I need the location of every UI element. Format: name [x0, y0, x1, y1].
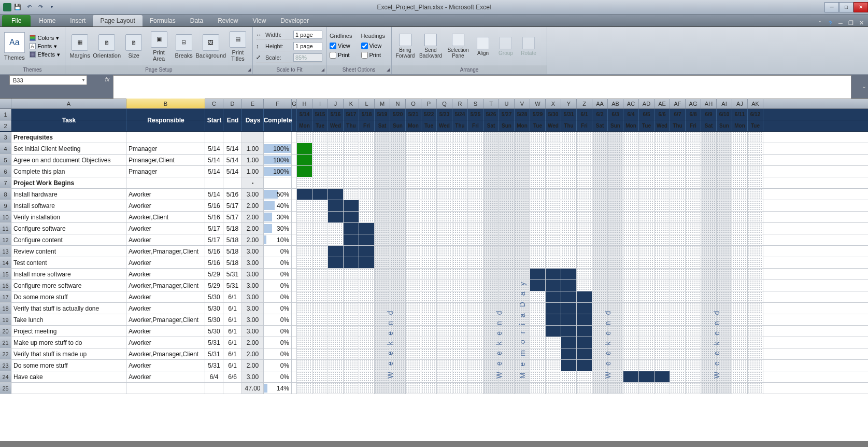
row-header[interactable]: 23 — [0, 360, 11, 371]
cell[interactable]: Aworker,Pmanager,Client — [126, 348, 205, 359]
cell[interactable] — [292, 177, 297, 188]
cell[interactable] — [732, 212, 748, 222]
cell[interactable] — [223, 177, 242, 188]
cell[interactable]: 5/31 — [223, 269, 242, 280]
cell[interactable] — [312, 269, 328, 280]
formula-bar[interactable] — [113, 75, 851, 99]
cell[interactable] — [452, 337, 468, 348]
cell[interactable] — [577, 280, 592, 291]
cell[interactable] — [623, 155, 639, 165]
gridlines-view-checkbox[interactable]: View — [330, 41, 357, 50]
cell[interactable] — [577, 257, 592, 268]
cell[interactable]: 5/29 — [530, 109, 546, 120]
cell[interactable]: 6/1 — [223, 337, 242, 348]
cell[interactable] — [292, 326, 297, 337]
cell[interactable] — [297, 189, 312, 200]
cell[interactable] — [344, 246, 359, 257]
cell[interactable] — [654, 189, 670, 200]
cell[interactable] — [312, 143, 328, 154]
cell[interactable] — [437, 360, 452, 371]
cell[interactable] — [577, 246, 592, 257]
cell[interactable] — [577, 200, 592, 211]
cell[interactable] — [297, 212, 312, 222]
cell[interactable] — [406, 246, 421, 257]
cell[interactable] — [546, 291, 561, 302]
cell[interactable] — [561, 280, 577, 291]
cell[interactable]: Install hardware — [11, 189, 126, 200]
cell[interactable]: Configure content — [11, 234, 126, 245]
cell[interactable] — [670, 166, 686, 177]
cell[interactable] — [670, 360, 686, 371]
cell[interactable] — [406, 360, 421, 371]
cell[interactable] — [359, 234, 375, 245]
cell[interactable] — [421, 189, 437, 200]
cell[interactable] — [452, 143, 468, 154]
cell[interactable] — [670, 326, 686, 337]
cell[interactable] — [530, 303, 546, 314]
col-header-T[interactable]: T — [483, 99, 499, 108]
cell[interactable] — [328, 223, 344, 234]
cell[interactable]: Sat — [483, 120, 499, 131]
row-header[interactable]: 21 — [0, 337, 11, 348]
cell[interactable] — [530, 189, 546, 200]
cell[interactable] — [530, 337, 546, 348]
cell[interactable]: Wed — [654, 120, 670, 131]
cell[interactable]: Tue — [748, 120, 763, 131]
cell[interactable] — [732, 155, 748, 165]
cell[interactable] — [468, 143, 483, 154]
cell[interactable] — [328, 246, 344, 257]
col-header-AB[interactable]: AB — [608, 99, 623, 108]
cell[interactable]: 0% — [264, 291, 292, 302]
cell[interactable] — [732, 223, 748, 234]
cell[interactable] — [297, 337, 312, 348]
cell[interactable] — [561, 234, 577, 245]
col-header-P[interactable]: P — [421, 99, 437, 108]
cell[interactable] — [577, 234, 592, 245]
cell[interactable] — [406, 383, 421, 394]
cell[interactable] — [577, 177, 592, 188]
cell[interactable]: 0% — [264, 303, 292, 314]
cell[interactable] — [312, 189, 328, 200]
cell[interactable] — [11, 120, 126, 131]
cell[interactable] — [748, 143, 763, 154]
cell[interactable] — [732, 177, 748, 188]
cell[interactable]: 6/2 — [592, 109, 608, 120]
cell[interactable] — [670, 269, 686, 280]
cell[interactable]: Wed — [328, 120, 344, 131]
cell[interactable] — [437, 257, 452, 268]
cell[interactable] — [421, 155, 437, 165]
cell[interactable] — [264, 120, 292, 131]
cell[interactable]: 5/18 — [223, 246, 242, 257]
cell[interactable]: Do some more stuff — [11, 291, 126, 302]
cell[interactable]: Aworker,Pmanager,Client — [126, 246, 205, 257]
cell[interactable] — [452, 303, 468, 314]
cell[interactable]: Install software — [11, 200, 126, 211]
cell[interactable]: Tue — [312, 120, 328, 131]
cell[interactable] — [686, 177, 701, 188]
cell[interactable]: 5/14 — [223, 166, 242, 177]
cell[interactable]: Mon — [297, 120, 312, 131]
cell[interactable] — [312, 291, 328, 302]
cell[interactable]: 2.00 — [242, 223, 264, 234]
cell[interactable] — [530, 348, 546, 359]
cell[interactable] — [686, 223, 701, 234]
cell[interactable] — [437, 383, 452, 394]
cell[interactable]: 5/17 — [223, 212, 242, 222]
cell[interactable] — [344, 371, 359, 382]
cell[interactable]: Aworker,Client — [126, 212, 205, 222]
cell[interactable] — [639, 143, 654, 154]
cell[interactable] — [242, 132, 264, 143]
tab-developer[interactable]: Developer — [273, 15, 316, 26]
cell[interactable] — [748, 291, 763, 302]
cell[interactable]: Thu — [452, 120, 468, 131]
cell[interactable] — [375, 383, 390, 394]
cell[interactable]: 6/6 — [223, 371, 242, 382]
cell[interactable] — [205, 132, 223, 143]
cell[interactable] — [670, 280, 686, 291]
cell[interactable] — [639, 280, 654, 291]
cell[interactable] — [686, 326, 701, 337]
cell[interactable] — [546, 303, 561, 314]
cell[interactable] — [530, 246, 546, 257]
cell[interactable] — [561, 212, 577, 222]
cell[interactable] — [437, 303, 452, 314]
